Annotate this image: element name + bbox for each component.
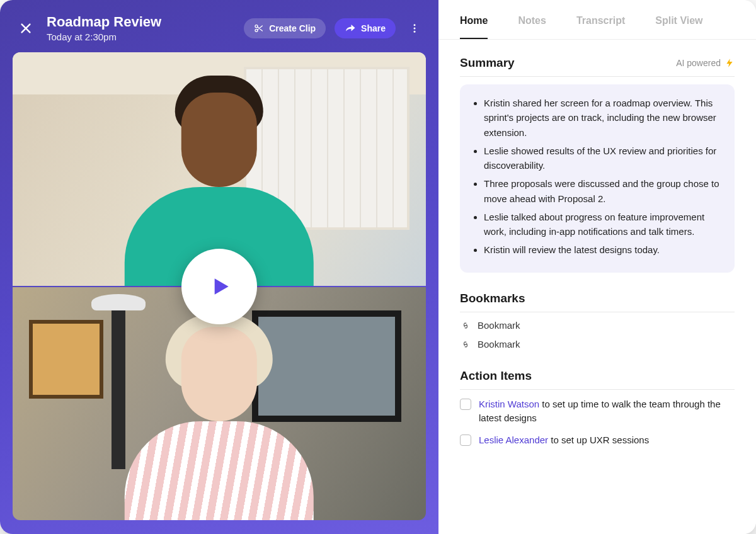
action-assignee[interactable]: Leslie Alexander [479, 435, 548, 445]
panel-body: Summary AI powered Kristin shared her sc… [438, 40, 756, 534]
link-icon [460, 339, 471, 350]
meeting-time: Today at 2:30pm [47, 31, 235, 42]
svg-point-4 [414, 30, 416, 32]
tab-transcript[interactable]: Transcript [576, 15, 625, 39]
video-area [13, 52, 426, 520]
video-panel: Roadmap Review Today at 2:30pm Create Cl… [0, 0, 438, 534]
share-button[interactable]: Share [335, 18, 396, 38]
play-button[interactable] [181, 249, 257, 324]
tabs: Home Notes Transcript Split View [438, 0, 756, 40]
summary-bullet: Three proposals were discussed and the g… [484, 176, 722, 206]
close-icon [19, 21, 33, 35]
share-label: Share [361, 23, 386, 33]
tab-notes[interactable]: Notes [518, 15, 546, 39]
ai-powered-label: AI powered [676, 58, 721, 68]
title-block: Roadmap Review Today at 2:30pm [47, 14, 235, 42]
create-clip-label: Create Clip [269, 23, 316, 33]
bookmark-label: Bookmark [478, 339, 520, 349]
link-icon [460, 320, 471, 331]
ai-powered-tag: AI powered [676, 57, 735, 69]
svg-point-3 [414, 27, 416, 29]
video-header: Roadmap Review Today at 2:30pm Create Cl… [13, 11, 426, 52]
action-items-header: Action Items [460, 369, 735, 390]
scissors-icon [254, 23, 264, 33]
action-item: Leslie Alexander to set up UXR sessions [460, 433, 735, 448]
action-checkbox[interactable] [460, 435, 471, 446]
svg-point-2 [414, 24, 416, 26]
bookmarks-header: Bookmarks [460, 292, 735, 312]
action-items-title: Action Items [460, 369, 532, 383]
bookmark-label: Bookmark [478, 320, 520, 331]
bookmark-item[interactable]: Bookmark [460, 339, 735, 350]
more-vertical-icon [409, 23, 420, 34]
summary-box: Kristin shared her screen for a roadmap … [460, 84, 735, 273]
close-button[interactable] [14, 16, 38, 40]
meeting-title: Roadmap Review [47, 14, 235, 30]
summary-title: Summary [460, 56, 515, 70]
action-text: Leslie Alexander to set up UXR sessions [479, 433, 649, 448]
action-items-list: Kristin Watson to set up time to walk th… [460, 397, 735, 448]
action-body: to set up UXR sessions [548, 435, 649, 445]
bookmarks-title: Bookmarks [460, 292, 525, 305]
summary-list: Kristin shared her screen for a roadmap … [466, 96, 722, 258]
summary-bullet: Leslie talked about progress on feature … [484, 210, 722, 239]
more-options-button[interactable] [404, 18, 425, 38]
summary-header: Summary AI powered [460, 56, 735, 77]
app-window: Roadmap Review Today at 2:30pm Create Cl… [0, 0, 756, 534]
share-arrow-icon [345, 23, 356, 33]
details-panel: Home Notes Transcript Split View Summary… [438, 0, 756, 534]
summary-bullet: Leslie showed results of the UX review a… [484, 144, 722, 173]
action-assignee[interactable]: Kristin Watson [479, 399, 539, 409]
summary-bullet: Kristin shared her screen for a roadmap … [484, 96, 722, 140]
bookmarks-list: Bookmark Bookmark [460, 320, 735, 350]
play-icon [205, 273, 233, 300]
tab-home[interactable]: Home [460, 15, 488, 39]
bookmark-item[interactable]: Bookmark [460, 320, 735, 331]
action-text: Kristin Watson to set up time to walk th… [479, 397, 735, 426]
action-checkbox[interactable] [460, 399, 471, 410]
create-clip-button[interactable]: Create Clip [244, 18, 326, 38]
tab-split-view[interactable]: Split View [655, 15, 702, 39]
lightning-icon [724, 57, 735, 69]
summary-bullet: Kristin will review the latest designs t… [484, 242, 722, 257]
action-item: Kristin Watson to set up time to walk th… [460, 397, 735, 426]
